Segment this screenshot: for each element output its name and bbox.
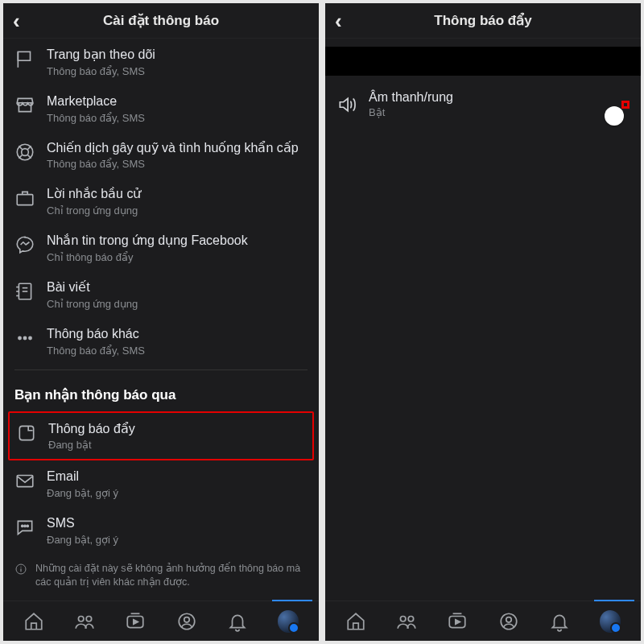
tab-notifications[interactable] [227, 611, 248, 632]
row-sub: Đang bật, gợi ý [47, 487, 308, 499]
row-sub: Chỉ trong ứng dụng [47, 298, 308, 310]
tab-friends[interactable] [74, 611, 95, 632]
row-label: Trang bạn theo dõi [47, 47, 308, 64]
sms-icon [14, 517, 35, 538]
row-label: Marketplace [47, 93, 308, 110]
svg-rect-18 [19, 426, 33, 440]
svg-point-21 [24, 525, 26, 526]
content-left: Trang bạn theo dõi Thông báo đẩy, SMS Ma… [3, 39, 319, 601]
svg-rect-0 [18, 52, 30, 60]
row-label: Thông báo đẩy [48, 421, 306, 438]
tab-friends[interactable] [396, 611, 417, 632]
row-sub: Thông báo đẩy, SMS [47, 345, 308, 357]
push-icon [16, 423, 37, 444]
content-right: Âm thanh/rung Bật [325, 39, 641, 601]
svg-point-20 [22, 525, 23, 526]
tab-watch[interactable] [125, 611, 146, 632]
highlight-push: Thông báo đẩy Đang bật [8, 411, 314, 461]
briefcase-icon [14, 188, 35, 208]
svg-point-22 [27, 525, 28, 526]
row-pages[interactable]: Trang bạn theo dõi Thông báo đẩy, SMS [3, 39, 319, 85]
avatar-icon [278, 610, 299, 633]
row-label: Email [47, 469, 308, 485]
black-strip [325, 47, 641, 76]
active-indicator [594, 600, 634, 601]
active-indicator [272, 600, 312, 601]
row-other[interactable]: Thông báo khác Thông báo đẩy, SMS [3, 318, 319, 365]
flag-icon [14, 48, 35, 69]
row-marketplace[interactable]: Marketplace Thông báo đẩy, SMS [3, 85, 319, 132]
info-icon [14, 563, 27, 576]
row-label: SMS [47, 515, 308, 532]
tab-watch[interactable] [447, 611, 468, 632]
tab-profile[interactable] [498, 611, 519, 632]
row-label: Lời nhắc bầu cử [47, 186, 308, 203]
tab-home[interactable] [345, 611, 366, 632]
tabbar-right [325, 601, 641, 641]
tab-notifications[interactable] [549, 611, 570, 632]
info-text: Những cài đặt này sẽ không ảnh hưởng đến… [35, 562, 308, 590]
row-sub: Thông báo đẩy, SMS [47, 112, 308, 124]
row-posts[interactable]: Bài viết Chỉ trong ứng dụng [3, 271, 319, 318]
svg-point-15 [19, 336, 21, 339]
tab-menu[interactable] [600, 611, 621, 632]
tab-home[interactable] [23, 611, 44, 632]
highlight-toggle [621, 101, 630, 109]
row-sub: Chỉ thông báo đẩy [47, 251, 308, 263]
svg-line-5 [27, 146, 31, 149]
phone-right: ‹ Thông báo đẩy Âm thanh/rung Bật [325, 3, 641, 641]
svg-point-35 [506, 617, 511, 622]
toggle-sub: Bật [369, 106, 610, 118]
row-sub: Đang bật [48, 439, 306, 451]
row-sub: Chỉ trong ứng dụng [47, 204, 308, 217]
svg-rect-19 [17, 476, 33, 487]
store-icon [14, 95, 35, 116]
svg-line-4 [19, 146, 22, 149]
row-election[interactable]: Lời nhắc bầu cử Chỉ trong ứng dụng [3, 178, 319, 225]
svg-line-7 [27, 155, 31, 158]
row-label: Thông báo khác [47, 326, 308, 343]
channel-sms[interactable]: SMS Đang bật, gợi ý [3, 507, 319, 554]
svg-point-31 [400, 616, 406, 621]
dots-icon [14, 328, 35, 349]
svg-point-27 [86, 616, 92, 621]
channel-email[interactable]: Email Đang bật, gợi ý [3, 460, 319, 507]
toggle-knob [605, 106, 624, 126]
row-fundraiser[interactable]: Chiến dịch gây quỹ và tình huống khẩn cấ… [3, 132, 319, 179]
row-label: Bài viết [47, 279, 308, 296]
tab-menu[interactable] [278, 611, 299, 632]
journal-icon [14, 281, 35, 302]
channel-push[interactable]: Thông báo đẩy Đang bật [10, 413, 312, 460]
divider [14, 369, 308, 370]
svg-point-16 [23, 336, 26, 339]
svg-point-3 [22, 148, 29, 155]
tabbar-left [3, 601, 319, 641]
back-button-left[interactable]: ‹ [13, 10, 20, 31]
header-title-left: Cài đặt thông báo [3, 12, 319, 29]
avatar-icon [600, 610, 621, 633]
svg-point-30 [184, 617, 189, 622]
svg-point-25 [20, 567, 21, 568]
svg-point-17 [29, 336, 31, 339]
lifebuoy-icon [14, 142, 35, 163]
toggle-label: Âm thanh/rung [369, 90, 610, 105]
phone-left: ‹ Cài đặt thông báo Trang bạn theo dõi T… [3, 3, 319, 641]
row-label: Nhắn tin trong ứng dụng Facebook [47, 233, 308, 250]
info-row: Những cài đặt này sẽ không ảnh hưởng đến… [3, 554, 319, 598]
row-label: Chiến dịch gây quỹ và tình huống khẩn cấ… [47, 140, 308, 157]
section-title: Bạn nhận thông báo qua [3, 375, 319, 411]
row-sub: Thông báo đẩy, SMS [47, 65, 308, 77]
row-messenger[interactable]: Nhắn tin trong ứng dụng Facebook Chỉ thô… [3, 225, 319, 271]
svg-point-32 [408, 616, 414, 621]
header-left: ‹ Cài đặt thông báo [3, 3, 319, 39]
svg-line-6 [19, 155, 22, 158]
sound-icon [336, 94, 357, 115]
messenger-icon [14, 234, 35, 255]
row-sub: Thông báo đẩy, SMS [47, 158, 308, 170]
tab-profile[interactable] [176, 611, 197, 632]
row-sound-vibration[interactable]: Âm thanh/rung Bật [325, 80, 641, 128]
svg-point-26 [78, 616, 84, 621]
row-sub: Đang bật, gợi ý [47, 534, 308, 546]
back-button-right[interactable]: ‹ [335, 10, 342, 31]
header-title-right: Thông báo đẩy [325, 12, 641, 29]
